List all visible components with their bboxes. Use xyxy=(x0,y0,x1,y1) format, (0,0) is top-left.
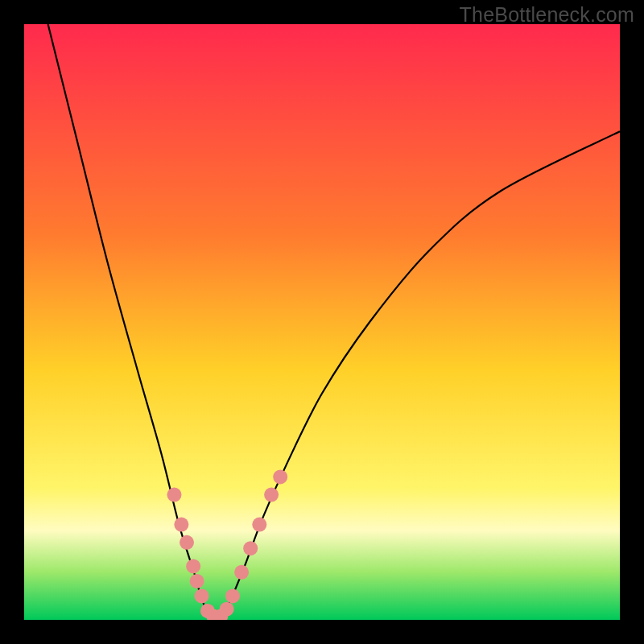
highlight-dot xyxy=(273,469,287,484)
highlight-dot xyxy=(195,588,209,603)
highlight-dot xyxy=(234,565,249,580)
chart-svg xyxy=(24,24,620,620)
highlight-dot xyxy=(167,488,181,502)
highlight-dot xyxy=(220,602,234,617)
chart-frame: TheBottleneck.com xyxy=(0,0,644,644)
highlight-dot xyxy=(252,518,266,532)
highlight-dot xyxy=(225,588,240,603)
gradient-background xyxy=(24,24,620,620)
highlight-dot xyxy=(190,574,204,588)
highlight-dot xyxy=(174,518,188,532)
highlight-dot xyxy=(186,559,200,573)
highlight-dot xyxy=(180,535,194,550)
chart-plot-area xyxy=(24,24,620,620)
watermark-text: TheBottleneck.com xyxy=(460,3,634,27)
highlight-dot xyxy=(264,488,279,502)
highlight-dot xyxy=(243,541,258,555)
